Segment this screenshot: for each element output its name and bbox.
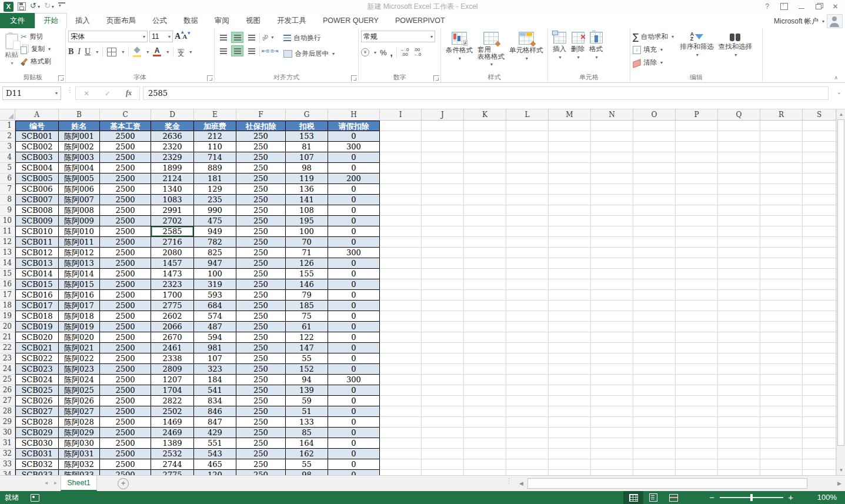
grid-cell-G8[interactable]: 141 <box>286 195 328 205</box>
grid-cell-R8[interactable] <box>760 195 803 205</box>
grid-cell-J33[interactable] <box>422 459 464 470</box>
delete-cells-button[interactable]: ✕ 删除▾ <box>569 31 587 74</box>
grid-cell-R3[interactable] <box>760 142 803 152</box>
grid-cell-L3[interactable] <box>506 142 549 152</box>
excel-logo-icon[interactable]: X <box>4 2 14 12</box>
grid-cell-A20[interactable]: SCB019 <box>15 322 59 332</box>
grid-cell-E5[interactable]: 889 <box>194 163 236 173</box>
grid-cell-B26[interactable]: 陈阿025 <box>59 385 100 396</box>
enter-icon[interactable]: ✓ <box>105 89 111 98</box>
grid-cell-I14[interactable] <box>380 258 422 269</box>
grid-cell-D2[interactable]: 2636 <box>151 131 194 142</box>
grid-cell-A30[interactable]: SCB029 <box>15 428 59 438</box>
grid-cell-M22[interactable] <box>549 343 591 353</box>
grid-cell-N17[interactable] <box>591 290 633 301</box>
grid-cell-N20[interactable] <box>591 322 633 332</box>
grid-cell-M3[interactable] <box>549 142 591 152</box>
grid-cell-R18[interactable] <box>760 301 803 311</box>
row-header-16[interactable]: 16 <box>0 279 15 290</box>
find-select-button[interactable]: 查找和选择▾ <box>716 31 755 74</box>
grid-cell-M19[interactable] <box>549 311 591 322</box>
grid-cell-O9[interactable] <box>633 205 676 216</box>
grid-cell-S2[interactable] <box>803 131 836 142</box>
grid-cell-E1[interactable]: 加班费 <box>194 121 236 131</box>
name-box[interactable]: D11▾ <box>2 86 61 100</box>
grid-cell-R27[interactable] <box>760 396 803 406</box>
conditional-formatting-button[interactable]: ≠ 条件格式▾ <box>443 31 475 74</box>
grid-cell-M30[interactable] <box>549 428 591 438</box>
grid-cell-F2[interactable]: 250 <box>236 131 286 142</box>
grid-cell-F26[interactable]: 250 <box>236 385 286 396</box>
grid-cell-E3[interactable]: 110 <box>194 142 236 152</box>
grid-cell-K5[interactable] <box>464 163 506 173</box>
grid-cell-R21[interactable] <box>760 332 803 343</box>
grid-cell-Q6[interactable] <box>718 173 760 184</box>
undo-button[interactable]: ↺▾ <box>30 1 40 12</box>
grid-cell-B33[interactable]: 陈阿032 <box>59 459 100 470</box>
decrease-decimal-button[interactable]: .00→.0 <box>412 48 421 57</box>
grid-cell-O20[interactable] <box>633 322 676 332</box>
grid-cell-I26[interactable] <box>380 385 422 396</box>
ribbon-tab-审阅[interactable]: 审阅 <box>206 13 238 28</box>
grid-cell-R14[interactable] <box>760 258 803 269</box>
phonetic-guide-button[interactable]: wén文 <box>178 48 184 56</box>
grid-cell-N33[interactable] <box>591 459 633 470</box>
grid-cell-C11[interactable]: 2500 <box>100 226 151 237</box>
grid-cell-L9[interactable] <box>506 205 549 216</box>
grid-cell-Q14[interactable] <box>718 258 760 269</box>
grid-cell-P33[interactable] <box>676 459 718 470</box>
grid-cell-R19[interactable] <box>760 311 803 322</box>
grid-cell-H22[interactable]: 0 <box>328 343 380 353</box>
column-header-D[interactable]: D <box>151 109 194 121</box>
grid-cell-Q27[interactable] <box>718 396 760 406</box>
grid-cell-C18[interactable]: 2500 <box>100 301 151 311</box>
grid-cell-C6[interactable]: 2500 <box>100 173 151 184</box>
grid-cell-D27[interactable]: 2822 <box>151 396 194 406</box>
grid-cell-B6[interactable]: 陈阿005 <box>59 173 100 184</box>
align-bottom-button[interactable] <box>245 32 258 43</box>
grid-cell-L1[interactable] <box>506 121 549 131</box>
grid-cell-O21[interactable] <box>633 332 676 343</box>
grid-cell-N14[interactable] <box>591 258 633 269</box>
grid-cell-B27[interactable]: 陈阿026 <box>59 396 100 406</box>
alignment-dialog-launcher[interactable] <box>351 75 357 81</box>
grid-cell-S5[interactable] <box>803 163 836 173</box>
grid-cell-G19[interactable]: 75 <box>286 311 328 322</box>
grid-cell-K26[interactable] <box>464 385 506 396</box>
column-header-A[interactable]: A <box>15 109 59 121</box>
grid-cell-J2[interactable] <box>422 131 464 142</box>
grid-cell-J13[interactable] <box>422 248 464 258</box>
grid-cell-K13[interactable] <box>464 248 506 258</box>
grid-cell-L7[interactable] <box>506 184 549 195</box>
grid-cell-H20[interactable]: 0 <box>328 322 380 332</box>
row-header-25[interactable]: 25 <box>0 375 15 385</box>
grid-cell-O32[interactable] <box>633 449 676 459</box>
grid-cell-A34[interactable]: SCB033 <box>15 470 59 475</box>
grid-cell-P6[interactable] <box>676 173 718 184</box>
grid-cell-B3[interactable]: 陈阿002 <box>59 142 100 152</box>
grid-cell-R26[interactable] <box>760 385 803 396</box>
grid-cell-D30[interactable]: 2469 <box>151 428 194 438</box>
grid-cell-Q25[interactable] <box>718 375 760 385</box>
decrease-indent-button[interactable]: ⇤≡ <box>262 48 269 54</box>
grid-cell-M34[interactable] <box>549 470 591 475</box>
grid-cell-R28[interactable] <box>760 406 803 417</box>
grid-cell-H24[interactable]: 0 <box>328 364 380 375</box>
format-painter-button[interactable]: 格式刷 <box>21 55 51 68</box>
grid-cell-R12[interactable] <box>760 237 803 248</box>
grid-cell-A11[interactable]: SCB010 <box>15 226 59 237</box>
grid-cell-H16[interactable]: 0 <box>328 279 380 290</box>
grid-cell-N5[interactable] <box>591 163 633 173</box>
grid-cell-A26[interactable]: SCB025 <box>15 385 59 396</box>
grid-cell-H28[interactable]: 0 <box>328 406 380 417</box>
grid-cell-R30[interactable] <box>760 428 803 438</box>
grid-cell-G21[interactable]: 122 <box>286 332 328 343</box>
grid-cell-N24[interactable] <box>591 364 633 375</box>
grid-cell-H17[interactable]: 0 <box>328 290 380 301</box>
grid-cell-B12[interactable]: 陈阿011 <box>59 237 100 248</box>
grid-cell-H32[interactable]: 0 <box>328 449 380 459</box>
decrease-font-size-button[interactable]: A▼ <box>182 33 187 40</box>
grid-cell-O26[interactable] <box>633 385 676 396</box>
row-header-2[interactable]: 2 <box>0 131 15 142</box>
grid-cell-Q20[interactable] <box>718 322 760 332</box>
